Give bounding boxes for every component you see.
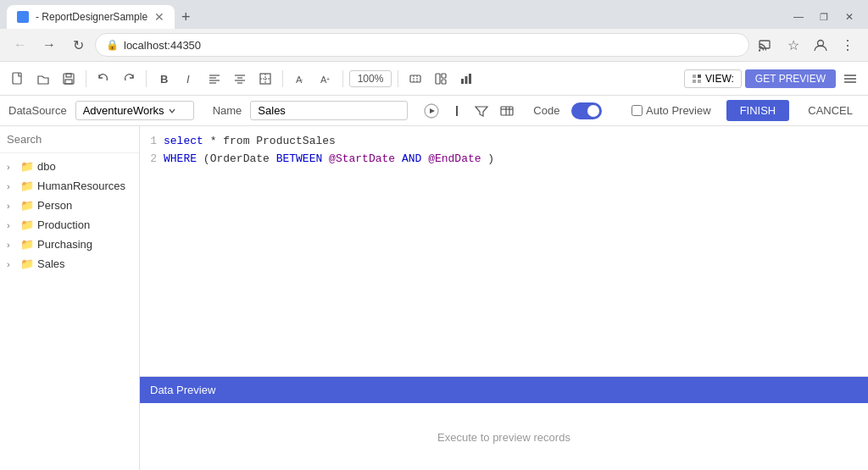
line-number: 1 <box>143 133 157 151</box>
align-center-button[interactable] <box>229 69 251 89</box>
chart-button[interactable] <box>455 69 477 89</box>
tab-favicon <box>17 11 29 23</box>
tree-item-humanresources[interactable]: › 📁 HumanResources <box>0 176 139 196</box>
search-bar: i <box>0 126 139 153</box>
filter-button[interactable] <box>470 100 492 122</box>
font-size-increase-button[interactable]: A+ <box>314 69 337 89</box>
zoom-level: 100% <box>349 70 392 87</box>
active-tab[interactable]: - ReportDesignerSample ✕ <box>7 5 175 29</box>
tree-item-purchasing[interactable]: › 📁 Purchasing <box>0 235 139 254</box>
border-button[interactable] <box>254 69 276 89</box>
tree-item-label: dbo <box>37 160 56 173</box>
bookmark-button[interactable]: ☆ <box>782 33 805 57</box>
browser-actions: ☆ ⋮ <box>754 33 860 57</box>
close-button[interactable]: ✕ <box>837 5 861 29</box>
sql-text: ) <box>487 152 494 165</box>
back-button[interactable]: ← <box>8 33 32 57</box>
svg-rect-4 <box>13 73 21 84</box>
svg-marker-42 <box>430 108 435 113</box>
search-input[interactable] <box>7 133 140 146</box>
url-bar[interactable]: 🔒 localhost:44350 <box>95 33 749 57</box>
svg-rect-36 <box>693 80 696 83</box>
name-input[interactable] <box>250 101 408 120</box>
name-label: Name <box>213 104 242 117</box>
svg-rect-37 <box>698 80 701 83</box>
redo-button[interactable] <box>118 69 140 89</box>
tree-item-dbo[interactable]: › 📁 dbo <box>0 157 139 176</box>
separator-1 <box>86 70 86 87</box>
tab-close-button[interactable]: ✕ <box>154 11 164 23</box>
extensions-button[interactable]: ⋮ <box>836 33 860 57</box>
menu-button[interactable] <box>839 68 861 90</box>
url-text: localhost:44350 <box>124 39 738 52</box>
sql-editor[interactable]: 1 select * from ProductSales 2 WHERE (Or… <box>140 126 868 376</box>
chevron-right-icon: › <box>7 240 17 250</box>
profile-button[interactable] <box>809 33 832 57</box>
keyword-and: AND <box>402 152 421 165</box>
get-preview-button[interactable]: GET PREVIEW <box>745 69 836 88</box>
pipe-button[interactable] <box>447 101 467 121</box>
columns-button[interactable] <box>496 100 518 122</box>
tree-item-label: Production <box>37 218 90 231</box>
tree-list: › 📁 dbo › 📁 HumanResources › 📁 Person › … <box>0 153 139 470</box>
code-toggle[interactable] <box>571 102 602 119</box>
datasource-select[interactable]: AdventureWorks <box>75 101 194 120</box>
lock-icon: 🔒 <box>106 39 119 51</box>
layout-button[interactable] <box>430 69 452 89</box>
view-label: VIEW: <box>705 73 734 85</box>
undo-button[interactable] <box>92 69 114 89</box>
auto-preview-input[interactable] <box>632 105 643 116</box>
keyword-where: WHERE <box>164 152 197 165</box>
cancel-button[interactable]: CANCEL <box>801 100 860 121</box>
auto-preview-checkbox[interactable]: Auto Preview <box>632 104 711 117</box>
tree-item-production[interactable]: › 📁 Production <box>0 215 139 235</box>
folder-icon: 📁 <box>20 199 34 212</box>
finish-button[interactable]: FINISH <box>726 100 790 121</box>
left-panel: i › 📁 dbo › 📁 HumanResources › 📁 Person <box>0 126 140 470</box>
datasource-bar: DataSource AdventureWorks Name Code <box>0 96 868 126</box>
svg-text:B: B <box>160 73 168 86</box>
forward-button[interactable]: → <box>37 33 61 57</box>
line-number: 2 <box>143 151 157 169</box>
open-button[interactable] <box>32 69 54 89</box>
data-preview-header: Data Preview <box>140 377 868 403</box>
bold-button[interactable]: B <box>153 69 175 89</box>
svg-rect-29 <box>442 74 446 78</box>
font-size-decrease-button[interactable]: A- <box>289 69 311 89</box>
view-toggle-button[interactable]: VIEW: <box>684 69 742 88</box>
folder-icon: 📁 <box>20 160 34 173</box>
datasource-actions <box>420 99 518 123</box>
chevron-right-icon: › <box>7 181 17 191</box>
toggle-slider <box>571 102 602 119</box>
address-bar: ← → ↻ 🔒 localhost:44350 ☆ ⋮ <box>0 29 868 61</box>
align-left-button[interactable] <box>203 69 225 89</box>
reload-button[interactable]: ↻ <box>66 33 90 57</box>
tree-item-person[interactable]: › 📁 Person <box>0 196 139 215</box>
svg-point-2 <box>759 49 760 51</box>
cast-button[interactable] <box>754 33 778 57</box>
play-button[interactable] <box>420 99 443 123</box>
new-tab-button[interactable]: + <box>175 5 198 30</box>
editor-panel: 1 select * from ProductSales 2 WHERE (Or… <box>140 126 868 470</box>
datasource-label: DataSource <box>8 104 67 117</box>
param-startdate: @StartDate <box>329 152 395 165</box>
restore-button[interactable]: ❐ <box>812 5 836 29</box>
data-preview-body: Execute to preview records <box>140 403 868 470</box>
separator-4 <box>342 70 343 87</box>
keyword-select: select <box>164 135 203 147</box>
italic-button[interactable]: I <box>178 69 200 89</box>
zoom-fit-button[interactable] <box>404 69 426 89</box>
tab-title: - ReportDesignerSample <box>36 11 147 23</box>
datasource-value: AdventureWorks <box>83 104 164 117</box>
svg-rect-0 <box>19 13 27 21</box>
new-button[interactable] <box>7 69 29 89</box>
minimize-button[interactable]: — <box>787 5 810 29</box>
tree-item-sales[interactable]: › 📁 Sales <box>0 254 139 274</box>
svg-rect-30 <box>442 80 446 84</box>
line-content: select * from ProductSales <box>164 133 336 151</box>
separator-3 <box>282 70 283 87</box>
tab-bar: - ReportDesignerSample ✕ + — ❐ ✕ <box>0 0 868 29</box>
preview-placeholder: Execute to preview records <box>437 431 570 444</box>
svg-rect-31 <box>461 79 464 84</box>
save-button[interactable] <box>58 69 80 89</box>
